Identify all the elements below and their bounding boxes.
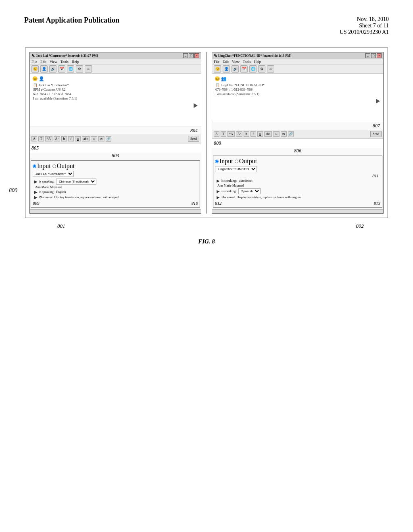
minimize-button[interactable]: _ <box>183 53 188 58</box>
window-divider <box>206 52 207 214</box>
left-title-text: Jack Lai *Contractor* [started: 4:33:27 … <box>36 54 98 58</box>
right-toolbar-icon-6[interactable]: ⚙ <box>258 65 265 73</box>
right-input-dropdown[interactable]: LingoChat *FUNCTIO <box>215 166 257 172</box>
toolbar-icon-5[interactable]: 🌐 <box>67 65 74 73</box>
right-minimize-button[interactable]: _ <box>365 53 370 58</box>
left-input-radio[interactable]: Input <box>33 162 51 170</box>
fmt-italic[interactable]: i <box>68 136 74 141</box>
right-toolbar-icon-1[interactable]: 🙂 <box>214 65 221 73</box>
send-button-right[interactable]: Send <box>370 131 382 137</box>
right-fmt-A2[interactable]: A² <box>236 131 242 137</box>
toolbar-icon-3[interactable]: 🔊 <box>49 65 56 73</box>
left-contact-org: SPM e-Customs US R2 <box>33 87 198 91</box>
page-title: Patent Application Publication <box>24 16 119 25</box>
toolbar-icon-4[interactable]: 📅 <box>58 65 65 73</box>
right-title-bar: ✎ LingChat *FUNCTIONAL-ID* [started 4:41… <box>212 52 383 59</box>
right-output-radio[interactable]: Output <box>235 158 257 165</box>
right-input-radio-btn[interactable] <box>215 160 219 163</box>
right-input-area: 808 <box>212 138 383 148</box>
maximize-button[interactable]: □ <box>189 53 194 58</box>
right-chat-icons: 😊 👥 <box>214 75 382 82</box>
close-button[interactable]: × <box>194 53 199 58</box>
toolbar-icon-7[interactable]: ☺ <box>85 65 92 73</box>
right-fmt-T[interactable]: T <box>221 131 226 137</box>
menu-edit-right[interactable]: Edit <box>223 60 229 64</box>
right-close-button[interactable]: × <box>377 53 382 58</box>
right-fmt-italic[interactable]: i <box>250 131 256 137</box>
menu-edit-left[interactable]: Edit <box>40 60 46 64</box>
right-fmt-sA[interactable]: *A <box>227 131 235 137</box>
right-fmt-underline[interactable]: u <box>257 131 263 137</box>
label-801-area: 801 <box>57 223 65 229</box>
right-maximize-button[interactable]: □ <box>371 53 376 58</box>
right-toolbar-icon-7[interactable]: ☺ <box>267 65 274 73</box>
label-802-area: 802 <box>356 223 364 229</box>
left-placement-row: ▶ Placement: Display translation, replac… <box>33 195 198 200</box>
fmt-bold[interactable]: b <box>61 136 67 141</box>
right-fmt-img[interactable]: 🔗 <box>288 131 294 137</box>
left-speaking-row-2: ▶ is speaking: English <box>33 189 198 195</box>
right-output-radio-btn[interactable] <box>235 160 238 163</box>
toolbar-icon-2[interactable]: 👤 <box>40 65 48 73</box>
left-output-radio[interactable]: Output <box>52 162 75 170</box>
right-status: I am available (Sametime 7.5.1) <box>215 92 380 96</box>
right-fmt-smiley[interactable]: ☺ <box>273 131 280 137</box>
menu-tools-right[interactable]: Tools <box>243 60 251 64</box>
right-placement-row: ▶ Placement: Display translation, replac… <box>215 195 380 200</box>
left-chat-area: 😊 👤 📋 Jack Lai *Contractor* SPM e-Custom… <box>30 74 201 127</box>
ref-806: 806 <box>212 148 383 154</box>
fmt-img[interactable]: 🔗 <box>106 136 111 142</box>
right-speaking-row-1: ▶ is speaking: autodetect <box>215 178 380 183</box>
menu-help-right[interactable]: Help <box>254 60 261 64</box>
right-fmt-A[interactable]: A <box>214 131 219 137</box>
menu-file-right[interactable]: File <box>214 60 219 64</box>
menu-file-left[interactable]: File <box>31 60 37 64</box>
output-radio-btn[interactable] <box>52 164 56 168</box>
right-contact-name: 📋 LingChat *FUNCTIONAL-ID* <box>215 83 380 87</box>
right-toolbar-icon-2[interactable]: 👤 <box>223 65 230 73</box>
right-fmt-bold[interactable]: b <box>244 131 249 137</box>
fmt-link[interactable]: ✉ <box>98 136 104 141</box>
left-toolbar: 🙂 👤 🔊 📅 🌐 ⚙ ☺ <box>30 64 201 74</box>
menu-view-left[interactable]: View <box>50 60 57 64</box>
right-fmt-abc[interactable]: abc <box>264 131 272 137</box>
left-input-dropdown[interactable]: Jack Lai *Contractor* <box>33 171 74 177</box>
right-speaking-row-2: ▶ is speaking: Spanish <box>215 188 380 195</box>
left-contact-phone: 678-7864 / 1-512-838-7864 <box>33 92 198 96</box>
ref-label-804: 804 <box>30 127 201 135</box>
fmt-underline[interactable]: u <box>75 136 81 141</box>
title-block: Patent Application Publication <box>24 16 119 25</box>
right-fmt-link[interactable]: ✉ <box>281 131 287 137</box>
right-contact-icon: 👥 <box>221 76 227 81</box>
right-input-radio[interactable]: Input <box>215 158 233 165</box>
left-language-1-dropdown[interactable]: Chinese (Traditional) <box>56 179 96 185</box>
send-button-left[interactable]: Send <box>188 136 199 142</box>
fmt-T[interactable]: T <box>38 136 44 141</box>
label-810: 810 <box>192 201 198 206</box>
contact-icon: 👤 <box>39 76 44 81</box>
toolbar-icon-6[interactable]: ⚙ <box>76 65 83 73</box>
scroll-right-triangle-left <box>194 103 198 108</box>
menu-help-left[interactable]: Help <box>72 60 79 64</box>
right-menu-bar: File Edit View Tools Help <box>212 59 383 64</box>
menu-tools-left[interactable]: Tools <box>60 60 69 64</box>
left-contact-info: 📋 Jack Lai *Contractor* SPM e-Customs US… <box>31 82 199 102</box>
fmt-A[interactable]: A <box>31 136 37 141</box>
right-scrollbar[interactable] <box>212 209 383 213</box>
fmt-sA[interactable]: *A <box>45 136 52 141</box>
input-radio-btn[interactable] <box>33 164 36 168</box>
right-input-field-row: LingoChat *FUNCTIO <box>215 166 380 172</box>
ref-803: 803 <box>30 153 201 159</box>
left-scrollbar[interactable] <box>30 209 201 213</box>
toolbar-icon-1[interactable]: 🙂 <box>31 65 39 73</box>
fmt-abc[interactable]: abc <box>82 136 90 141</box>
fmt-smiley[interactable]: ☺ <box>91 136 97 141</box>
right-toolbar-icon-5[interactable]: 🌐 <box>249 65 257 73</box>
fmt-A2[interactable]: A² <box>54 136 60 141</box>
right-language-2-dropdown[interactable]: Spanish <box>238 188 261 194</box>
right-toolbar-icon-4[interactable]: 📅 <box>240 65 248 73</box>
menu-view-right[interactable]: View <box>232 60 240 64</box>
right-contact-info: 📋 LingChat *FUNCTIONAL-ID* 678-7864 / 1-… <box>214 82 382 97</box>
label-809: 809 <box>33 201 40 206</box>
right-toolbar-icon-3[interactable]: 🔊 <box>232 65 239 73</box>
